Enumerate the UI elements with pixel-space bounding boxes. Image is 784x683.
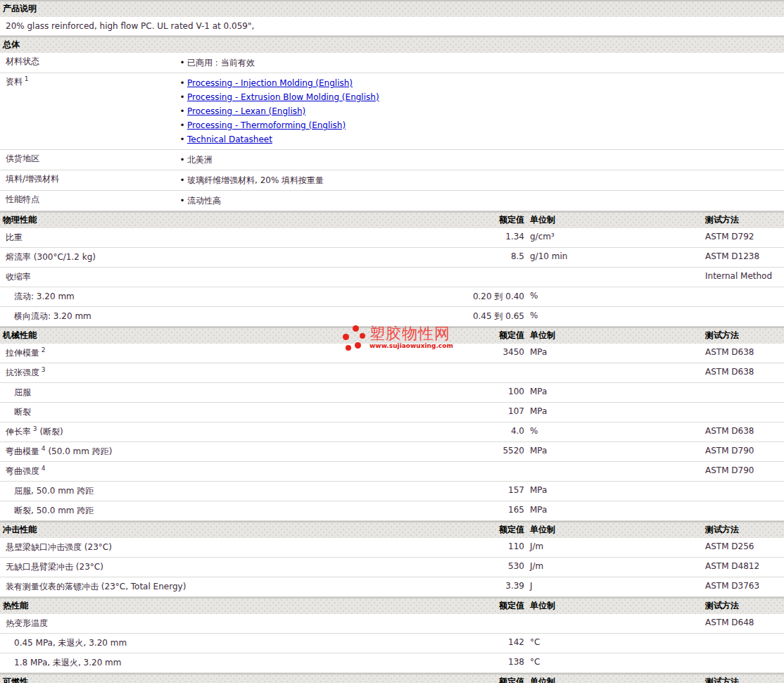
property-unit: J — [524, 581, 700, 593]
property-label-text: 0.45 MPa, 未退火, 3.20 mm — [14, 638, 127, 648]
property-unit: % — [524, 426, 700, 438]
table-row: 悬壁梁缺口冲击强度 (23°C)110J/mASTM D256 — [0, 538, 784, 558]
property-label-text: 抗张强度 — [6, 368, 39, 377]
table-row: 性能特点•流动性高 — [0, 191, 784, 211]
section-title: 产品说明 — [3, 4, 37, 13]
bullet-icon: • — [177, 56, 187, 70]
section-header-mechanical: 机械性能额定值单位制测试方法 — [0, 327, 784, 344]
property-label-text: 填料/增强材料 — [6, 174, 59, 184]
property-label: 抗张强度 3 — [0, 367, 447, 379]
column-header-method: 测试方法 — [700, 600, 784, 612]
document-link[interactable]: Processing - Injection Molding (English) — [187, 78, 353, 88]
bullet-icon: • — [177, 76, 187, 90]
bullet-text: 已商用：当前有效 — [187, 58, 255, 68]
property-label-text: 装有测量仪表的落镖冲击 (23°C, Total Energy) — [6, 582, 186, 591]
property-label-text: 收缩率 — [6, 272, 31, 282]
property-label-text: 拉伸模量 — [6, 348, 39, 358]
property-label: 资料 1 — [0, 76, 177, 146]
section-title-cell: 产品说明 — [0, 3, 784, 15]
property-value: 110 — [447, 541, 524, 553]
table-row: 填料/增强材料•玻璃纤维增强材料, 20% 填料按重量 — [0, 170, 784, 191]
bullet-item: •已商用：当前有效 — [177, 56, 784, 70]
table-row: 熔流率 (300°C/1.2 kg)8.5g/10 minASTM D1238 — [0, 248, 784, 268]
property-label-text: 熔流率 — [6, 252, 31, 262]
property-label-text: 弯曲强度 — [6, 466, 39, 476]
property-label: 比重 — [0, 232, 447, 244]
column-header-unit: 单位制 — [524, 676, 700, 683]
bullet-text: 北美洲 — [187, 155, 213, 165]
document-link[interactable]: Processing - Extrusion Blow Molding (Eng… — [187, 92, 379, 102]
property-label: 收缩率 — [0, 271, 447, 283]
property-value: 1.34 — [447, 232, 524, 244]
property-label-text: 无缺口悬臂梁冲击 (23°C) — [6, 562, 103, 572]
column-header-value: 额定值 — [447, 524, 524, 536]
bullet-list: •玻璃纤维增强材料, 20% 填料按重量 — [177, 173, 784, 187]
property-label: 热变形温度 — [0, 618, 447, 629]
property-unit: MPa — [524, 505, 700, 517]
column-header-unit: 单位制 — [524, 214, 700, 226]
property-value: 107 — [447, 406, 524, 418]
property-label: 1.8 MPa, 未退火, 3.20 mm — [0, 657, 447, 669]
property-value: 0.45 到 0.65 — [447, 311, 524, 322]
property-label-text: 性能特点 — [6, 194, 39, 204]
table-row: 抗张强度 3ASTM D638 — [0, 363, 784, 383]
property-value — [447, 367, 524, 379]
property-label: 流动: 3.20 mm — [0, 291, 447, 303]
test-method — [700, 387, 784, 399]
property-label-text: 弯曲模量 — [6, 446, 39, 456]
property-value: 142 — [447, 637, 524, 649]
bullet-item: •流动性高 — [177, 194, 784, 208]
property-unit: MPa — [524, 387, 700, 399]
test-method — [700, 291, 784, 303]
property-value: 157 — [447, 485, 524, 497]
property-unit — [524, 271, 700, 283]
bullet-icon: • — [177, 194, 187, 208]
property-label-text: 资料 — [6, 77, 23, 87]
bullet-item: •北美洲 — [177, 153, 784, 167]
property-label: 供货地区 — [0, 153, 177, 167]
property-label-text: 热变形温度 — [6, 618, 48, 628]
property-value: 3450 — [447, 347, 524, 359]
column-header-value: 额定值 — [447, 330, 524, 342]
table-row: 供货地区•北美洲 — [0, 150, 784, 170]
document-link[interactable]: Technical Datasheet — [187, 134, 272, 144]
test-method: ASTM D792 — [700, 232, 784, 244]
property-unit: g/10 min — [524, 251, 700, 263]
table-row: 断裂107MPa — [0, 403, 784, 422]
column-header-unit: 单位制 — [524, 600, 700, 612]
property-label: 悬壁梁缺口冲击强度 (23°C) — [0, 541, 447, 553]
property-label-text: 供货地区 — [6, 153, 39, 163]
property-label: 0.45 MPa, 未退火, 3.20 mm — [0, 637, 447, 649]
property-unit: J/m — [524, 541, 700, 553]
property-unit: MPa — [524, 406, 700, 418]
property-unit: MPa — [524, 485, 700, 497]
footnote-superscript: 3 — [31, 425, 37, 432]
section-title: 热性能 — [3, 601, 28, 610]
property-value: 138 — [447, 657, 524, 669]
table-row: 0.45 MPa, 未退火, 3.20 mm142°C — [0, 634, 784, 653]
document-link[interactable]: Processing - Thermoforming (English) — [187, 120, 346, 130]
column-header-method: 测试方法 — [700, 524, 784, 536]
property-unit: °C — [524, 637, 700, 649]
column-header-method: 测试方法 — [700, 330, 784, 342]
property-label-text: 屈服 — [14, 387, 31, 397]
property-unit — [524, 465, 700, 477]
property-label: 横向流动: 3.20 mm — [0, 311, 447, 322]
property-value — [447, 465, 524, 477]
test-method: ASTM D648 — [700, 618, 784, 629]
table-row: 1.8 MPa, 未退火, 3.20 mm138°C — [0, 653, 784, 673]
section-header-flammability: 可燃性额定值单位制测试方法 — [0, 673, 784, 683]
table-row: 弯曲强度 4ASTM D790 — [0, 462, 784, 482]
test-method: ASTM D4812 — [700, 561, 784, 573]
property-unit: J/m — [524, 561, 700, 573]
property-value — [447, 618, 524, 629]
property-label: 弯曲模量 4 (50.0 mm 跨距) — [0, 446, 447, 458]
test-method — [700, 406, 784, 418]
bullet-icon: • — [177, 173, 187, 187]
section-title: 冲击性能 — [3, 525, 37, 534]
table-row: 弯曲模量 4 (50.0 mm 跨距)5520MPaASTM D790 — [0, 442, 784, 462]
test-method: ASTM D3763 — [700, 581, 784, 593]
document-link[interactable]: Processing - Lexan (English) — [187, 106, 305, 116]
property-label-text: 悬壁梁缺口冲击强度 (23°C) — [6, 542, 112, 552]
property-label-text: 比重 — [6, 232, 23, 242]
